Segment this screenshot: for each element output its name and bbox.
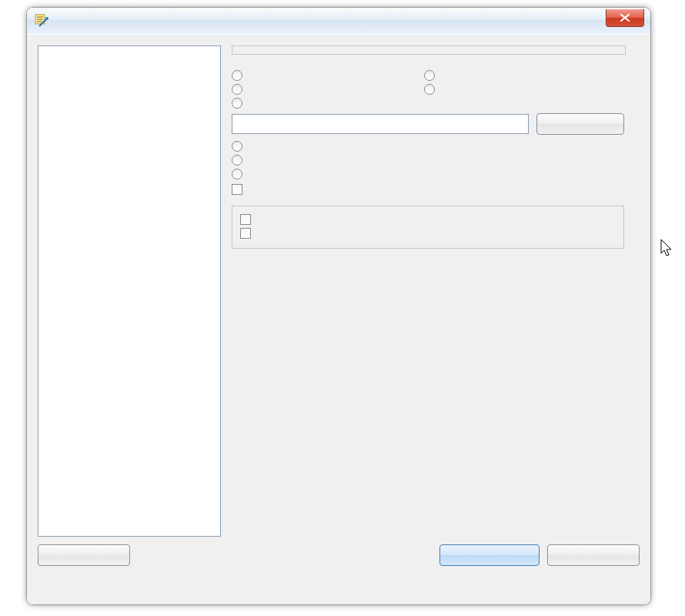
panel-heading	[232, 45, 626, 55]
radio-logging-raw[interactable]	[232, 98, 624, 109]
dialog-button-row	[38, 544, 640, 566]
svg-point-5	[45, 17, 48, 20]
close-icon	[620, 13, 630, 22]
about-button[interactable]	[38, 544, 130, 566]
check-omit-session-data[interactable]	[240, 228, 616, 239]
ssh-logging-group	[232, 206, 624, 249]
check-omit-password[interactable]	[240, 214, 616, 225]
close-button[interactable]	[606, 9, 644, 27]
open-button[interactable]	[439, 544, 540, 566]
radio-exists-overwrite[interactable]	[232, 141, 624, 152]
radio-exists-ask[interactable]	[232, 169, 624, 179]
app-icon	[35, 14, 48, 28]
radio-logging-none[interactable]	[232, 70, 424, 81]
category-tree[interactable]	[38, 45, 221, 537]
radio-logging-all[interactable]	[232, 84, 424, 95]
browse-button[interactable]	[536, 113, 624, 135]
radio-logging-printable[interactable]	[424, 70, 624, 81]
radio-logging-ssh[interactable]	[424, 84, 624, 95]
cancel-button[interactable]	[547, 544, 640, 566]
dialog-window	[27, 8, 650, 604]
settings-panel	[221, 45, 640, 537]
titlebar[interactable]	[27, 8, 650, 35]
mouse-cursor-icon	[660, 239, 674, 259]
client-area	[27, 34, 650, 604]
radio-exists-append[interactable]	[232, 155, 624, 166]
check-flush[interactable]	[232, 184, 624, 195]
logfile-input[interactable]	[232, 114, 529, 134]
